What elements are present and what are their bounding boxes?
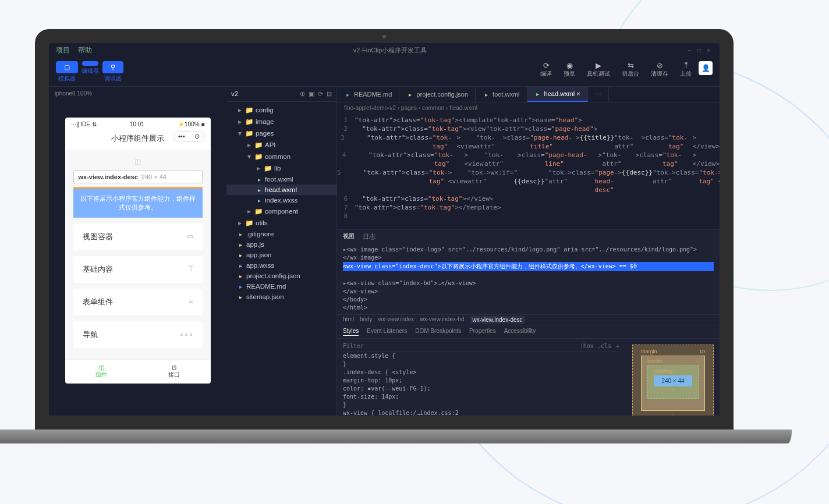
editor-tab[interactable]: ▸README.md [337,87,399,102]
collapse-icon[interactable]: ⊟ [327,90,332,98]
tree-head.wxml[interactable]: ▸head.wxml [226,184,336,195]
list-item[interactable]: 视图容器▭ [73,223,203,250]
inspect-tooltip: wx-view.index-desc240 × 44 [73,171,203,183]
action-预览[interactable]: ◉预览 [564,61,575,78]
status-left: ⋅⋅⋅∥ IDE ⇅ [71,121,97,127]
tree-pages[interactable]: ▾📁pages [226,127,336,139]
close-icon[interactable]: × [707,47,713,54]
tree-utils[interactable]: ▸📁utils [226,217,336,229]
style-rule[interactable]: color: ▪var(--weui-FG-1); [343,385,621,393]
style-rule[interactable]: margin-top: 10px; [343,377,621,385]
list-item[interactable]: 导航∘∘∘ [73,321,203,348]
list-item[interactable]: 表单组件≡ [73,289,203,315]
menu-project[interactable]: 项目 [56,45,70,55]
dom-node[interactable]: ▸<wx-image class="index-logo" src="../re… [343,246,697,261]
dom-node[interactable]: ▸<wx-view class="index-bd">…</wx-view> [343,280,476,286]
tree-README.md[interactable]: ▸README.md [226,281,336,292]
panel-tab-view[interactable]: 视图 [343,232,355,241]
panel-tab-log[interactable]: 日志 [363,232,375,241]
action-编译[interactable]: ⟳编译 [540,61,552,78]
action-真机调试[interactable]: ▶真机调试 [587,61,610,78]
camera-dot [382,35,386,38]
tabbar-item[interactable]: ◫组件 [65,364,138,379]
style-rule[interactable]: font-size: 14px; [343,393,621,401]
dom-crumb[interactable]: wx-view.index-desc [470,316,525,324]
window-title: v2-FinClip小程序开发工具 [100,46,680,55]
action-切后台[interactable]: ⇆切后台 [622,61,639,78]
dom-crumb[interactable]: wx-view.index-hd [420,316,464,324]
max-icon[interactable]: □ [697,47,703,54]
tree-foot.wxml[interactable]: ▸foot.wxml [226,174,336,184]
refresh-icon[interactable]: ⟳ [318,90,323,98]
tree-index.wxss[interactable]: ▸index.wxss [226,195,336,205]
dom-node[interactable]: </wx-view> [343,288,378,294]
mode-2[interactable]: ⚲调试器 [102,61,123,83]
status-clock: 10:01 [130,121,144,127]
tree-common[interactable]: ▾📁common [226,151,336,162]
style-tab[interactable]: Properties [469,328,496,336]
tree-app.js[interactable]: ▸app.js [226,239,336,250]
action-清缓存[interactable]: ⊘清缓存 [651,61,668,78]
code-line[interactable]: 6 "tok-attr">class="tok-tag"></view> [337,194,720,203]
tree-app.wxss[interactable]: ▸app.wxss [226,260,336,271]
style-filter-hints[interactable]: :hov .cls ＋ [580,342,621,350]
device-label: iphone6 100% [49,87,226,100]
new-folder-icon[interactable]: ▣ [309,90,314,98]
dom-node[interactable]: <wx-view class="index-desc">以下将展示小程序官方组件… [343,262,714,271]
tree-project.config.json[interactable]: ▸project.config.json [226,271,336,281]
phone-simulator: ⋅⋅⋅∥ IDE ⇅ 10:01 ⚡100% ■ 小程序组件展示 •••⊙ ◫ … [65,118,211,384]
breadcrumb[interactable]: fino-applet-demo-v2 › pages › common › h… [337,102,720,113]
style-rule[interactable]: .index-desc { <style> [343,368,621,377]
tree-lib[interactable]: ▸📁lib [226,162,336,174]
ide-window: 项目 帮助 v2-FinClip小程序开发工具 −□× ▢模拟器编辑器⚲调试器 … [49,43,720,416]
tab-more-icon[interactable]: ⋯ [588,87,609,102]
tabbar-item[interactable]: ⊡接口 [138,364,211,379]
style-tab[interactable]: Accessibility [504,328,536,336]
style-rule[interactable]: } [343,401,621,409]
style-tab[interactable]: DOM Breakpoints [415,328,461,336]
dom-node[interactable]: </html> [343,304,367,311]
code-line[interactable]: 4 "tok-attr">class="tok-tag"><view "tok-… [337,151,720,168]
highlighted-element[interactable]: 以下将展示小程序官方组件能力，组件样式仅供参考。 [73,187,203,218]
list-item[interactable]: 基础内容𝕋 [73,256,203,283]
code-line[interactable]: 8 [337,212,720,221]
dom-crumb[interactable]: body [360,316,373,324]
editor-tab[interactable]: ▸project.config.json [399,87,476,102]
code-line[interactable]: 3 "tok-attr">class="tok-tag"><view "tok-… [337,133,720,151]
new-file-icon[interactable]: ⊕ [300,90,305,98]
style-rule[interactable]: wx-view { localfile:/…index.css:2 [343,409,621,416]
close-capsule-icon[interactable]: ⊙ [190,132,204,141]
dom-node[interactable]: </body> [343,296,367,303]
code-line[interactable]: 7"tok-attr">class="tok-tag"></template> [337,203,720,212]
tree-config[interactable]: ▸📁config [226,104,336,116]
style-rule[interactable]: } [343,360,621,368]
dom-crumb[interactable]: wx-view.index [378,316,414,324]
status-battery: ⚡100% ■ [178,121,204,127]
mode-0[interactable]: ▢模拟器 [56,61,78,83]
editor-tab[interactable]: ▸foot.wxml [476,87,527,102]
menu-help[interactable]: 帮助 [78,45,92,55]
action-上传[interactable]: ⤒上传 [680,61,692,78]
min-icon[interactable]: − [688,47,694,54]
editor-tab[interactable]: ▸head.wxml × [527,87,588,102]
tree-app.json[interactable]: ▸app.json [226,250,336,260]
explorer-root[interactable]: v2 [231,90,238,98]
tree-API[interactable]: ▸📁API [226,139,336,151]
dom-crumb[interactable]: html [343,316,354,324]
avatar[interactable]: 👤 [699,61,713,75]
code-line[interactable]: 2 "tok-attr">class="tok-tag"><view "tok-… [337,125,720,133]
tree-component[interactable]: ▸📁component [226,205,336,217]
app-title: 小程序组件展示 [111,134,164,143]
tree-sitemap.json[interactable]: ▸sitemap.json [226,292,336,302]
style-filter[interactable]: Filter [343,342,364,350]
style-tab[interactable]: Styles [343,328,359,336]
style-rule[interactable]: element.style { [343,352,621,360]
mode-1[interactable]: 编辑器 [82,61,99,83]
code-line[interactable]: 1"tok-attr">class="tok-tag"><template "t… [337,116,720,125]
more-icon[interactable]: ••• [173,132,190,141]
laptop-frame: 项目 帮助 v2-FinClip小程序开发工具 −□× ▢模拟器编辑器⚲调试器 … [35,29,734,443]
tree-image[interactable]: ▸📁image [226,116,336,127]
style-tab[interactable]: Event Listeners [367,328,407,336]
tree-.gitignore[interactable]: ▸.gitignore [226,229,336,239]
code-line[interactable]: 5 "tok-attr">class="tok-tag"><view "tok-… [337,168,720,194]
